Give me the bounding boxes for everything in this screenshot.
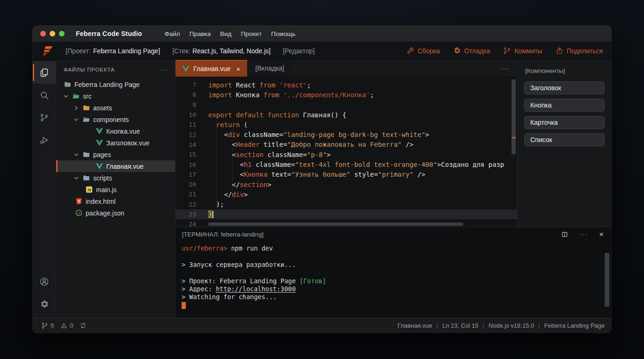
code-line[interactable]: 17 <Кнопка text="Узнать больше" style="p…: [176, 170, 517, 180]
tree-item-label: main.js: [96, 186, 117, 194]
code-token: React: [232, 81, 260, 89]
ellipsis-icon[interactable]: ···: [579, 232, 588, 236]
code-line[interactable]: 10export default function Главная() {: [176, 110, 517, 120]
tree-item[interactable]: Главная.vue: [56, 160, 175, 172]
tree-item[interactable]: JSmain.js: [56, 184, 175, 195]
ellipsis-icon[interactable]: ···: [160, 68, 168, 72]
status-item[interactable]: [80, 322, 87, 329]
gear-icon: [453, 47, 461, 55]
code-token: ;: [307, 81, 311, 89]
terminal-cursor: [182, 302, 186, 309]
menu-item[interactable]: Проект: [241, 30, 262, 37]
status-item: Feberra Landing Page: [544, 322, 605, 329]
sync-icon: [80, 322, 87, 329]
zoom-window-button[interactable]: [59, 31, 65, 36]
tree-item[interactable]: assets: [56, 102, 175, 114]
code-area[interactable]: 7import React from 'react';8import Кнопк…: [176, 77, 517, 227]
tree-item[interactable]: 5index.html: [56, 195, 175, 207]
code-token: </: [208, 181, 240, 188]
tree-item[interactable]: {}package.json: [56, 207, 175, 219]
terminal-output[interactable]: usr/feberra> npm run dev > Запуск сервер…: [176, 241, 611, 309]
status-item: Node.js v18.15.0: [489, 322, 534, 329]
code-line[interactable]: 23}: [176, 209, 517, 219]
code-line[interactable]: 9: [176, 100, 517, 110]
code-line[interactable]: 21 </div>: [176, 189, 517, 199]
terminal-header: [ТЕРМИНАЛ: feberra-landing] ··· ×: [176, 227, 611, 241]
tree-item[interactable]: Feberra Landing Page: [56, 79, 175, 90]
line-number: 17: [176, 171, 196, 178]
tree-item[interactable]: Заголовок.vue: [56, 137, 175, 149]
toolbar-button[interactable]: Коммиты: [503, 47, 542, 55]
toolbar-button[interactable]: Сборка: [406, 47, 440, 55]
account-icon: [39, 277, 49, 287]
code-token: "landing-page bg-dark-bg text-white": [283, 131, 425, 138]
code-line[interactable]: 16 <h1 className="text-4xl font-bold tex…: [176, 159, 517, 169]
terminal-link[interactable]: http://localhost:3000: [216, 285, 296, 293]
components-header: [Компоненты]: [525, 67, 605, 74]
minimize-window-button[interactable]: [50, 31, 55, 36]
project-toolbar: [Проект: Feberra Landing Page] [Стек: Re…: [33, 42, 611, 60]
code-line[interactable]: 22 );: [176, 200, 517, 209]
chevron-down-icon: [63, 93, 69, 100]
code-token: title=: [260, 141, 287, 148]
editor-tab[interactable]: [Вкладка]: [247, 60, 293, 77]
editor-horizontal-scrollbar[interactable]: [208, 223, 463, 226]
menu-item[interactable]: Правка: [190, 30, 211, 37]
editor-vertical-scrollbar[interactable]: [512, 79, 516, 154]
settings-icon: [39, 299, 49, 309]
code-text: }: [196, 210, 213, 218]
toolbar-button[interactable]: Поделиться: [556, 47, 603, 55]
stack-info: [Стек: React.js, Tailwind, Node.js]: [172, 47, 271, 55]
activity-bar: [33, 60, 56, 318]
code-token: '../components/Кнопка': [279, 91, 370, 99]
activity-item[interactable]: [33, 129, 56, 151]
tree-item[interactable]: pages: [56, 149, 175, 160]
code-line[interactable]: 7import React from 'react';: [176, 80, 517, 90]
activity-item[interactable]: [33, 84, 56, 106]
status-item[interactable]: 0: [41, 322, 54, 329]
chevron-down-icon: [73, 175, 80, 181]
code-line[interactable]: 15 <section className="p-8">: [176, 150, 517, 159]
close-tab-icon[interactable]: ×: [236, 65, 241, 73]
tree-item[interactable]: scripts: [56, 172, 175, 184]
ellipsis-icon[interactable]: ···: [501, 66, 517, 70]
component-button[interactable]: Карточка: [524, 116, 605, 129]
terminal-header-icons: ··· ×: [561, 231, 604, 238]
terminal-scrollbar[interactable]: [605, 253, 609, 307]
code-line[interactable]: 20 </section>: [176, 180, 517, 189]
files-icon: [39, 68, 49, 78]
component-button[interactable]: Заголовок: [524, 81, 605, 94]
menu-item[interactable]: Вид: [220, 30, 231, 37]
activity-item[interactable]: [33, 270, 56, 293]
close-window-button[interactable]: [40, 31, 46, 36]
terminal-line: [182, 302, 611, 309]
menu-item[interactable]: Помощь: [271, 30, 295, 37]
tab-bar: Главная.vue×[Вкладка]···: [176, 60, 517, 77]
status-item[interactable]: 0: [60, 322, 73, 329]
code-text: <Кнопка text="Узнать больше" style="prim…: [196, 171, 425, 178]
code-line[interactable]: 11 return (: [176, 120, 517, 129]
code-line[interactable]: 14 <Header title="Добро пожаловать на Fe…: [176, 140, 517, 150]
tree-item-label: Заголовок.vue: [106, 139, 149, 147]
status-item: Главная.vue: [397, 322, 432, 329]
code-token: Кнопка: [232, 91, 263, 99]
code-line[interactable]: 8import Кнопка from '../components/Кнопк…: [176, 90, 517, 100]
menu-item[interactable]: Файл: [164, 30, 180, 37]
terminal-text: > Запуск сервера разработки...: [182, 261, 296, 268]
code-line[interactable]: 12 <div className="landing-page bg-dark-…: [176, 129, 517, 139]
split-editor-icon[interactable]: [561, 231, 568, 238]
tree-item[interactable]: components: [56, 114, 175, 125]
toolbar-button[interactable]: Отладка: [453, 47, 490, 55]
tree-item[interactable]: Кнопка.vue: [56, 125, 175, 137]
tree-item-label: pages: [93, 151, 111, 158]
line-number: 10: [176, 111, 196, 118]
json-icon: {}: [75, 209, 83, 217]
close-icon[interactable]: ×: [599, 231, 604, 238]
activity-item[interactable]: [33, 61, 56, 84]
editor-tab[interactable]: Главная.vue×: [176, 60, 247, 77]
activity-item[interactable]: [33, 106, 56, 129]
tree-item[interactable]: src: [56, 90, 175, 102]
component-button[interactable]: Список: [524, 133, 605, 146]
component-button[interactable]: Кнопка: [524, 99, 605, 112]
activity-item[interactable]: [33, 293, 56, 315]
